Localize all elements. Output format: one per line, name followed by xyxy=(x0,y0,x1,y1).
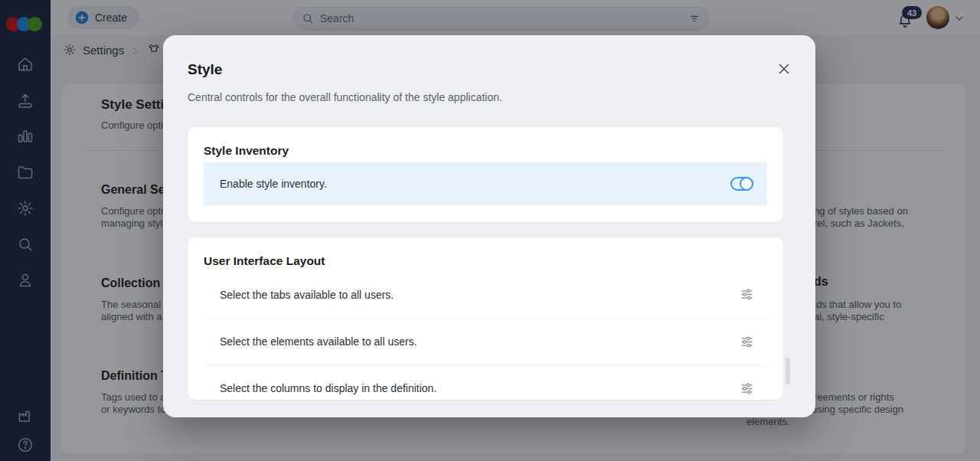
toggle-row-label: Enable style inventory. xyxy=(220,178,730,190)
close-icon xyxy=(776,60,792,77)
sliders-icon[interactable] xyxy=(740,335,753,348)
ui-layout-card: User Interface Layout Select the tabs av… xyxy=(188,237,783,400)
modal-title: Style xyxy=(188,61,222,78)
ui-layout-heading: User Interface Layout xyxy=(204,254,325,268)
ui-layout-rows: Select the tabs available to all users. … xyxy=(204,271,767,400)
sliders-icon[interactable] xyxy=(740,288,753,301)
modal-subtitle: Central controls for the overall functio… xyxy=(188,91,502,103)
style-modal: Style Central controls for the overall f… xyxy=(163,35,815,417)
style-inventory-toggle[interactable] xyxy=(730,177,753,191)
row-label: Select the elements available to all use… xyxy=(220,335,740,348)
row-label: Select the tabs available to all users. xyxy=(220,289,740,301)
select-columns-row[interactable]: Select the columns to display in the def… xyxy=(204,365,767,400)
toggle-knob xyxy=(740,177,753,191)
sliders-icon[interactable] xyxy=(740,382,753,395)
select-tabs-row[interactable]: Select the tabs available to all users. xyxy=(204,271,767,318)
style-inventory-heading: Style Inventory xyxy=(204,144,289,158)
modal-scrollbar-thumb[interactable] xyxy=(786,358,790,384)
row-label: Select the columns to display in the def… xyxy=(220,382,740,394)
style-inventory-card: Style Inventory Enable style inventory. xyxy=(188,127,783,222)
select-elements-row[interactable]: Select the elements available to all use… xyxy=(204,318,767,365)
enable-style-inventory-row: Enable style inventory. xyxy=(204,162,767,205)
close-button[interactable] xyxy=(776,60,792,77)
screen: Create 43 Settings xyxy=(0,0,980,461)
